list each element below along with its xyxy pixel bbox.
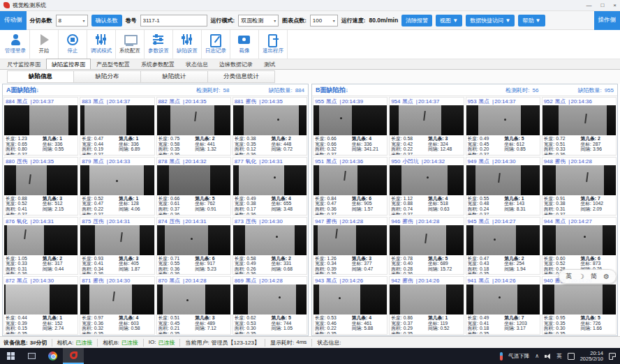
sub-tab[interactable]: 分类信息统计: [208, 70, 275, 83]
action-button[interactable]: 系统配置: [116, 30, 145, 59]
tray-expand-icon[interactable]: ∧: [535, 353, 539, 359]
action-button[interactable]: 停止: [59, 30, 87, 59]
action-button[interactable]: 管理登录: [1, 30, 30, 59]
defect-cell[interactable]: 872 黑点 | 20:14:30 长度:0.44: [3, 276, 78, 335]
defect-cell[interactable]: 881 擦伤 | 20:14:35 长度:0.38: [232, 97, 307, 156]
clear-alarm-button[interactable]: 清除报警: [401, 15, 432, 26]
defect-cell-header: 955 黑点 | 20:14:39: [313, 98, 387, 105]
defect-cell[interactable]: 953 黑点 | 20:14:37 长度:0.49: [466, 97, 540, 156]
defect-cell[interactable]: 952 黑点 | 20:14:36 长度:0.72: [542, 97, 617, 156]
defect-cell[interactable]: 944 黑点 | 20:14:27 长度:0.60: [542, 217, 617, 275]
defect-cell[interactable]: 874 压伤 | 20:14:31 长度:0.71: [156, 217, 231, 275]
status-item-label: 相机A:: [57, 339, 74, 347]
defect-info-left: 长度:0.44 宽度:0.39 面积:0.15 米数:0.35: [6, 315, 43, 334]
separator: |: [416, 98, 418, 105]
coord-label: 坐标:: [119, 201, 129, 206]
inspection-app-taskbar-button[interactable]: [63, 348, 84, 364]
defect-cell[interactable]: 875 压伤 | 20:14:31 长度:0.93: [80, 217, 154, 275]
defect-cell[interactable]: 942 擦伤 | 20:14:26 长度:0.86: [389, 276, 464, 335]
action-button[interactable]: 截像: [230, 30, 259, 59]
action-button[interactable]: 调试模式: [87, 30, 116, 59]
roll-number-input[interactable]: [140, 15, 207, 26]
strip-label: 第几条:: [428, 315, 444, 320]
chart-points-select[interactable]: 100 ▾: [310, 15, 338, 26]
gear-icon[interactable]: ⚙: [603, 273, 610, 280]
main-tab[interactable]: 尺寸监控界面: [1, 59, 46, 69]
defect-cell[interactable]: 954 黑点 | 20:14:37 长度:0.58: [389, 97, 464, 156]
defect-cell[interactable]: 883 黑点 | 20:14:37 长度:0.47: [80, 97, 154, 156]
defect-mark: [277, 119, 279, 121]
defect-cell[interactable]: 941 黑点 | 20:14:26 长度:0.49: [466, 276, 540, 335]
main-tab[interactable]: 系统参数配置: [135, 59, 180, 69]
defect-cell[interactable]: 878 黑点 | 20:14:32 长度:0.66: [156, 157, 231, 215]
defect-cell[interactable]: 880 压伤 | 20:14:35 长度:0.88: [3, 157, 78, 215]
lang-en-button[interactable]: 英: [566, 272, 572, 281]
defect-cell[interactable]: 947 擦伤 | 20:14:28 长度:1.26: [313, 217, 388, 275]
defect-cell[interactable]: 950 小凹坑 | 20:14:32 长度:1.12: [389, 157, 464, 215]
sub-tab[interactable]: 缺陷统计: [141, 70, 208, 83]
action-button[interactable]: 退出程序: [259, 30, 288, 59]
defect-cell[interactable]: 949 黑点 | 20:14:30 长度:0.55: [466, 157, 540, 215]
defect-cell[interactable]: 945 黑点 | 20:14:27 长度:0.47: [466, 217, 540, 275]
defect-cell[interactable]: 882 黑点 | 20:14:35 长度:0.75: [156, 97, 231, 156]
main-tab[interactable]: 测试: [258, 59, 281, 69]
defect-info: 长度:0.49 宽度:0.45 面积:0.20 米数:0.37 第几条:5 坐标…: [466, 135, 540, 155]
volume-icon[interactable]: [545, 354, 551, 359]
help-menu-button[interactable]: 帮助 ▼: [518, 15, 545, 26]
main-tab[interactable]: 产品型号配置: [91, 59, 135, 69]
action-button[interactable]: 日志记录: [202, 30, 230, 59]
defect-cell[interactable]: 871 擦伤 | 20:14:30 长度:0.97: [80, 276, 154, 335]
view-menu-button[interactable]: 视图 ▼: [436, 15, 462, 26]
defect-cell[interactable]: 884 黑点 | 20:14:37 长度:1.23: [3, 97, 78, 156]
action-label: 日志记录: [205, 47, 226, 54]
defect-info-left: 长度:0.49 宽度:0.38 面积:0.17 米数:0.36: [235, 196, 272, 215]
main-tab[interactable]: 缺陷监控界面: [46, 59, 91, 69]
action-button[interactable]: 缺陷设置: [173, 30, 202, 59]
defect-cell[interactable]: 870 黑点 | 20:14:28 长度:0.51: [156, 276, 231, 335]
main-tab[interactable]: 边缘数据记录: [214, 59, 258, 69]
sub-tab[interactable]: 缺陷信息: [7, 70, 74, 83]
defect-cell[interactable]: 940 擦伤 | 20:14:26 长度:0.95: [542, 276, 617, 335]
sub-tab[interactable]: 缺陷分布: [74, 70, 141, 83]
theme-moon-icon[interactable]: ☽: [578, 273, 584, 280]
defect-cell[interactable]: 873 压伤 | 20:14:30 长度:0.58: [232, 217, 307, 275]
defect-info-right: 第几条:3 坐标:377 间隔:0.47: [352, 256, 386, 275]
run-mode-select[interactable]: 双面检测 ▾: [238, 15, 279, 26]
defect-cell[interactable]: 869 黑点 | 20:14:28 长度:0.62: [232, 276, 307, 335]
minimize-button[interactable]: —: [586, 2, 591, 9]
defect-cell[interactable]: 943 黑点 | 20:14:26 长度:0.53: [313, 276, 388, 335]
defect-time: 20:14:37: [418, 98, 439, 105]
defect-cell[interactable]: 877 氧化 | 20:14:31 长度:0.49: [232, 157, 307, 215]
ime-icon[interactable]: [568, 353, 575, 360]
area-value: 0.21: [170, 326, 179, 331]
action-button[interactable]: 开始: [30, 30, 59, 59]
defect-cell[interactable]: 951 黑点 | 20:14:36 长度:0.84: [313, 157, 388, 215]
data-access-menu-button[interactable]: 数据快捷访问 ▼: [466, 15, 515, 26]
defect-cell[interactable]: 876 氧化 | 20:14:31 长度:1.05: [3, 217, 78, 275]
defect-cell[interactable]: 955 黑点 | 20:14:39 长度:0.66: [313, 97, 388, 156]
close-button[interactable]: ×: [613, 2, 617, 9]
task-view-button[interactable]: [21, 348, 42, 364]
coord-label: 坐标:: [43, 321, 53, 326]
operator-side-button[interactable]: 操作侧: [594, 11, 620, 30]
defect-type: 黑点: [17, 98, 28, 105]
lang-cn-button[interactable]: 简: [591, 272, 597, 281]
browser-taskbar-button[interactable]: [42, 348, 63, 364]
action-button[interactable]: 参数设置: [145, 30, 173, 59]
taskbar-clock[interactable]: 20:14 2025/2/10: [580, 351, 603, 362]
defect-mark: [24, 229, 27, 239]
action-center-icon[interactable]: [609, 353, 616, 360]
confirm-count-button[interactable]: 确认条数: [91, 15, 122, 26]
start-button[interactable]: [0, 348, 21, 364]
defect-cell[interactable]: 879 黑点 | 20:14:33 长度:0.52: [80, 157, 154, 215]
area-value: 0.32: [94, 326, 103, 331]
language-indicator[interactable]: 英: [556, 353, 562, 360]
weather-text[interactable]: 气温下降: [508, 353, 529, 360]
defect-cell[interactable]: 948 擦伤 | 20:14:28 长度:0.91: [542, 157, 617, 215]
drive-side-button[interactable]: 传动侧: [0, 11, 27, 30]
defect-cell[interactable]: 946 擦伤 | 20:14:28 长度:0.78: [389, 217, 464, 275]
slit-count-select[interactable]: 8 ▾: [56, 15, 88, 26]
defect-info: 长度:0.55 宽度:0.48 面积:0.24 米数:0.37 第几条:1 坐标…: [466, 195, 540, 215]
main-tab[interactable]: 状态信息: [180, 59, 214, 69]
maximize-button[interactable]: □: [600, 2, 604, 9]
